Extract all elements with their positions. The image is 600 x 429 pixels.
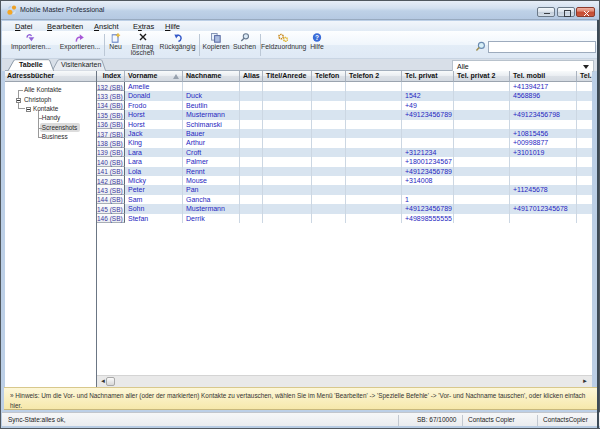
svg-text:?: ? <box>315 34 319 41</box>
